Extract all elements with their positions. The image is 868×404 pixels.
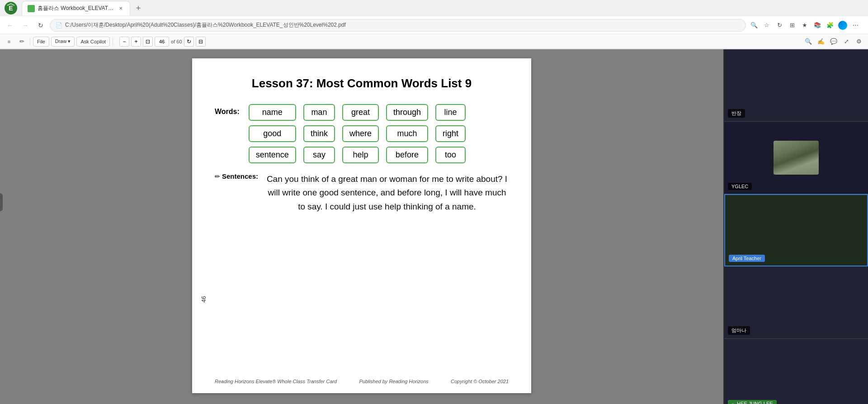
split-icon[interactable]: ⊞ [787,20,797,31]
pdf-controls: − + ⊡ of 60 ↻ ⊟ [119,37,205,47]
footer-right: Copyright © October 2021 [451,379,509,384]
word-good: good [249,125,296,142]
draw-button[interactable]: Draw ▾ [51,37,75,47]
favorites-icon[interactable]: ☆ [761,20,772,31]
forward-button[interactable]: → [19,19,32,32]
browser-chrome: E 홈플라스 Workbook_ELEVATE_성... ✕ + ← → ↻ 📄… [0,0,868,49]
pdf-page: 46 Lesson 37: Most Common Words List 9 W… [192,58,531,393]
browser-top-icons: 🔍 ☆ ↻ ⊞ ★ 📚 🧩 ⋯ [749,20,864,31]
pdf-search-icon[interactable]: 🔍 [803,36,814,47]
toolbar-menu-icon[interactable]: ≡ [4,36,14,47]
words-label: Words: [215,108,240,116]
main-layout: 46 Lesson 37: Most Common Words List 9 W… [0,49,868,404]
refresh-page-icon[interactable]: ↻ [774,20,785,31]
word-where: where [342,125,379,142]
word-name: name [249,104,296,121]
lesson-title: Lesson 37: Most Common Words List 9 [215,76,509,90]
sentences-section: ✏ Sentences: Can you think of a great ma… [215,172,509,214]
file-button[interactable]: File [33,37,49,47]
word-help: help [342,147,379,163]
present-button[interactable]: ⊟ [196,37,206,47]
word-too: too [435,147,466,163]
camera-image [774,141,819,175]
sentences-text: Can you think of a great man or woman fo… [265,172,509,214]
words-grid: name man great through line good think w… [249,104,466,163]
sentences-label-col: ✏ Sentences: [215,172,258,180]
word-before: before [386,147,428,163]
participant-tile-5: ● HEE JUNG LEE [724,339,868,404]
extensions-icon[interactable]: 🧩 [825,20,835,31]
participant-name-5: ● HEE JUNG LEE [728,400,777,404]
word-right: right [435,125,466,142]
footer-left: Reading Horizons Elevate® Whole Class Tr… [215,379,337,384]
tab-close-button[interactable]: ✕ [117,5,124,12]
words-section: Words: name man great through line good … [215,104,509,163]
pdf-settings-icon[interactable]: ⚙ [854,36,864,47]
tab-favicon-icon [28,5,35,12]
refresh-button[interactable]: ↻ [34,19,47,32]
footer-center: Published by Reading Horizons [359,379,428,384]
word-through: through [386,104,428,121]
word-line: line [435,104,466,121]
address-bar-row: ← → ↻ 📄 C:/Users/이재훈/Desktop/April%20(Ad… [0,16,868,34]
svg-text:E: E [9,5,13,12]
divider-handle[interactable] [0,193,3,211]
pdf-viewer-area: 46 Lesson 37: Most Common Words List 9 W… [0,49,723,404]
sentences-label: Sentences: [222,172,258,180]
tab-bar: E 홈플라스 Workbook_ELEVATE_성... ✕ + [0,0,868,16]
pdf-annotate-icon[interactable]: ✍ [816,36,826,47]
toolbar-separator [30,38,30,46]
profile-icon[interactable] [837,20,848,31]
pdf-footer: Reading Horizons Elevate® Whole Class Tr… [215,379,509,384]
word-think: think [303,125,335,142]
participant-tile-2: YGLEC [724,122,868,194]
participant-name-4: 엄마나 [728,326,750,335]
right-panel: 반장 YGLEC April Teacher 엄마나 [723,49,868,404]
participant-tile-3: April Teacher [724,194,868,266]
collections-icon[interactable]: 📚 [812,20,823,31]
fit-page-button[interactable]: ⊡ [143,37,153,47]
page-number-side: 46 [200,296,207,302]
address-bar[interactable]: 📄 C:/Users/이재훈/Desktop/April%20(Adult%20… [50,19,746,32]
participant-tile-1: 반장 [724,49,868,122]
rotate-button[interactable]: ↻ [184,37,194,47]
word-say: say [303,147,335,163]
settings-icon[interactable]: ⋯ [850,20,861,31]
participant-name-1: 반장 [728,109,745,118]
address-text: C:/Users/이재훈/Desktop/April%20(Adult%20Cl… [65,21,346,29]
zoom-out-button[interactable]: − [119,37,129,47]
ask-copilot-button[interactable]: Ask Copilot [76,37,110,47]
new-tab-button[interactable]: + [132,2,145,14]
page-total: of 60 [171,39,182,44]
tab-title: 홈플라스 Workbook_ELEVATE_성... [38,5,114,12]
participant-name-3: April Teacher [729,255,765,262]
zoom-in-button[interactable]: + [131,37,141,47]
search-icon[interactable]: 🔍 [749,20,760,31]
pdf-expand-icon[interactable]: ⤢ [841,36,852,47]
participant-tile-4: 엄마나 [724,266,868,339]
word-man: man [303,104,335,121]
pdf-comment-icon[interactable]: 💬 [828,36,839,47]
favorites-bar-icon[interactable]: ★ [799,20,810,31]
browser-logo: E [4,1,18,15]
word-much: much [386,125,428,142]
back-button[interactable]: ← [4,19,16,32]
browser-tab-active[interactable]: 홈플라스 Workbook_ELEVATE_성... ✕ [22,1,130,15]
word-sentence: sentence [249,147,296,163]
toolbar-row: ≡ ✏ File Draw ▾ Ask Copilot − + ⊡ of 60 … [0,34,868,49]
word-great: great [342,104,379,121]
page-number-input[interactable] [155,37,169,47]
edge-logo-icon [838,21,847,30]
camera-preview-2 [774,141,819,175]
toolbar-separator-2 [113,38,113,46]
participant-name-2: YGLEC [728,183,752,190]
toolbar-pen-icon[interactable]: ✏ [16,36,27,47]
pencil-icon: ✏ [215,173,220,180]
